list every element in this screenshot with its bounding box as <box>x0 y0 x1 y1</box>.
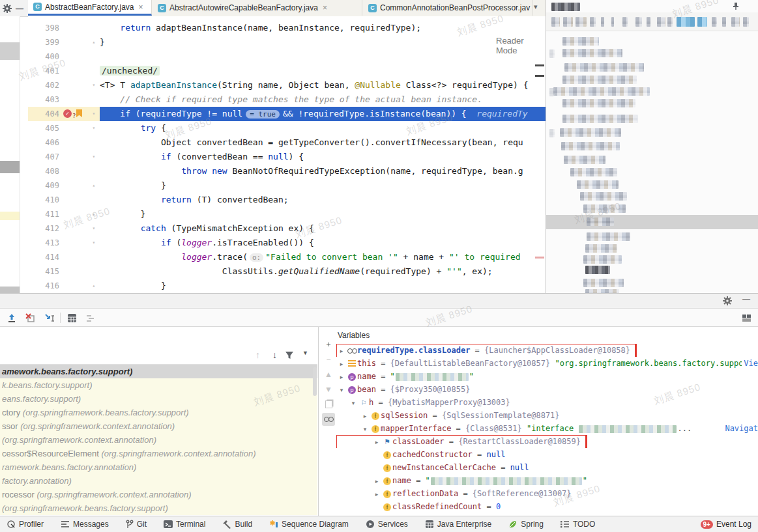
expander-icon[interactable]: ▸ <box>372 488 382 500</box>
pin-icon[interactable] <box>732 2 740 10</box>
close-icon[interactable]: × <box>323 3 327 12</box>
add-watch-icon[interactable]: + <box>322 338 335 351</box>
code-line-399[interactable]: 399▴} <box>28 35 546 49</box>
error-stripe-mark[interactable] <box>535 64 544 66</box>
breakpoint-icon[interactable]: ✓ <box>63 109 72 118</box>
line-number[interactable]: 407 <box>28 150 62 164</box>
grid-table-icon[interactable] <box>65 311 78 324</box>
code-line-405[interactable]: 405▾ try { <box>28 121 546 135</box>
expander-icon[interactable]: ▾ <box>336 384 347 396</box>
stack-frame-row[interactable]: rocessor (org.springframework.context.an… <box>0 488 317 501</box>
code-line-413[interactable]: 413▾ if (logger.isTraceEnabled()) { <box>28 236 546 250</box>
remove-watch-icon[interactable]: − <box>322 353 335 366</box>
expander-icon[interactable]: ▸ <box>336 357 347 370</box>
value-link[interactable]: Navigat <box>723 422 758 435</box>
line-number[interactable]: 402 <box>28 78 62 92</box>
hide-icon[interactable]: — <box>16 4 23 13</box>
variable-row-classLoader[interactable]: ▸⚑classLoader = {RestartClassLoader@1085… <box>336 435 758 448</box>
statusbar-item-services[interactable]: Services <box>366 520 408 529</box>
stack-frame-row[interactable]: cessor$ResourceElement (org.springframew… <box>0 447 317 460</box>
statusbar-item-spring[interactable]: Spring <box>508 520 544 529</box>
fold-marker[interactable]: ▴ <box>88 279 100 293</box>
line-number[interactable]: 409 <box>28 178 62 193</box>
stack-frame-row[interactable]: (org.springframework.context.annotation) <box>0 433 317 447</box>
variable-row-name[interactable]: ▸fname = "" <box>336 474 758 487</box>
move-down-icon[interactable]: ▼ <box>322 383 335 396</box>
down-arrow-icon[interactable]: ↓ <box>272 350 277 360</box>
code-line-402[interactable]: 402▾<T> T adaptBeanInstance(String name,… <box>28 78 546 92</box>
event-log-label[interactable]: Event Log <box>716 520 751 529</box>
line-number[interactable]: 401 <box>28 64 62 78</box>
code-line-406[interactable]: 406 Object convertedBean = getTypeConver… <box>28 135 546 150</box>
variable-row-newInstanceCallerCache[interactable]: fnewInstanceCallerCache = null <box>336 461 758 474</box>
duplicate-icon[interactable] <box>322 398 335 411</box>
expander-icon[interactable]: ▸ <box>372 436 382 448</box>
variable-row-bean[interactable]: ▾pbean = {$Proxy350@10855} <box>336 383 758 396</box>
expander-icon[interactable]: ▸ <box>372 475 382 487</box>
fold-marker[interactable]: ▾ <box>88 150 100 164</box>
expander-icon[interactable]: ▾ <box>360 423 370 435</box>
code-editor[interactable]: 398 return adaptBeanInstance(name, beanI… <box>28 16 546 293</box>
line-number[interactable]: 414 <box>28 250 62 264</box>
statusbar-item-java-enterprise[interactable]: Java Enterprise <box>425 520 491 529</box>
statusbar-item-profiler[interactable]: Profiler <box>7 520 44 529</box>
scrollbar-thumb[interactable] <box>313 367 317 396</box>
code-line-409[interactable]: 409▴ } <box>28 178 546 193</box>
code-line-414[interactable]: 414 logger.trace(o:"Failed to convert be… <box>28 250 546 264</box>
line-number[interactable]: 406 <box>28 135 62 150</box>
statusbar-item-terminal[interactable]: Terminal <box>164 520 205 529</box>
code-line-416[interactable]: 416▴ } <box>28 279 546 293</box>
expander-icon[interactable]: ▸ <box>360 410 370 422</box>
fold-marker[interactable]: ▴ <box>88 35 100 49</box>
show-watches-icon[interactable] <box>322 413 335 426</box>
drop-frame-icon[interactable] <box>23 311 36 324</box>
code-line-400[interactable]: 400 <box>28 49 546 64</box>
stack-frame-row[interactable]: (org.springframework.beans.factory.suppo… <box>0 501 317 515</box>
tab-CommonAnnotationBeanPostProcessor.jav[interactable]: CCommonAnnotationBeanPostProcessor.jav× <box>363 0 533 16</box>
up-arrow-icon[interactable]: ↑ <box>255 350 260 360</box>
bookmark-icon[interactable] <box>76 109 82 117</box>
statusbar-item-git[interactable]: Git <box>126 520 147 529</box>
code-line-398[interactable]: 398 return adaptBeanInstance(name, beanI… <box>28 21 546 35</box>
chevron-down-icon[interactable]: ▾ <box>534 3 538 11</box>
line-number[interactable]: 405 <box>28 121 62 135</box>
filter-icon[interactable] <box>285 351 294 359</box>
error-stripe-mark[interactable] <box>535 75 544 77</box>
line-number[interactable]: 398 <box>28 21 62 35</box>
expander-icon[interactable]: ▸ <box>336 371 347 383</box>
variable-row-reflectionData[interactable]: ▸freflectionData = {SoftReference@13007} <box>336 487 758 500</box>
code-line-404[interactable]: 404✓?▾ if (requiredType != null= true&& … <box>28 107 546 121</box>
stack-frame-row[interactable]: eans.factory.support) <box>0 392 317 406</box>
hide-icon[interactable]: — <box>742 294 750 303</box>
fold-marker[interactable]: ▾ <box>88 221 100 236</box>
code-line-401[interactable]: 401/unchecked/ <box>28 64 546 78</box>
value-link[interactable]: Vie <box>742 357 758 370</box>
statusbar-item-sequence-diagram[interactable]: Sequence Diagram <box>269 520 349 529</box>
variable-row-requiredType.classLoader[interactable]: ▸requiredType.classLoader = {Launcher$Ap… <box>336 344 758 357</box>
variable-row-sqlSession[interactable]: ▸fsqlSession = {SqlSessionTemplate@8871} <box>336 409 758 422</box>
code-line-403[interactable]: 403 // Check if required type matches th… <box>28 92 546 107</box>
fold-marker[interactable]: ▾ <box>88 236 100 250</box>
caret-down-icon[interactable]: ▼ <box>302 350 308 356</box>
run-to-cursor-icon[interactable] <box>43 311 56 324</box>
stack-frame-row[interactable]: ramework.beans.factory.annotation) <box>0 460 317 474</box>
stack-frame-row[interactable]: amework.beans.factory.support) <box>0 365 317 378</box>
stack-frame-row[interactable]: ctory (org.springframework.beans.factory… <box>0 406 317 419</box>
divider[interactable] <box>318 327 319 516</box>
fold-marker[interactable]: ▾ <box>88 78 100 92</box>
line-number[interactable]: 403 <box>28 92 62 107</box>
code-line-408[interactable]: 408 throw new BeanNotOfRequiredTypeExcep… <box>28 164 546 178</box>
statusbar-item-build[interactable]: Build <box>222 520 252 529</box>
line-number[interactable]: 413 <box>28 236 62 250</box>
gear-icon[interactable] <box>723 296 732 305</box>
line-number[interactable]: 412 <box>28 221 62 236</box>
code-line-410[interactable]: 410 return (T) convertedBean; <box>28 193 546 207</box>
line-number[interactable]: 410 <box>28 193 62 207</box>
move-up-icon[interactable]: ▲ <box>322 368 335 381</box>
selected-row[interactable] <box>546 215 758 229</box>
layout-right-icon[interactable] <box>740 311 753 324</box>
error-stripe-mark[interactable] <box>535 257 544 259</box>
variable-row-mapperInterface[interactable]: ▾fmapperInterface = {Class@8531} "interf… <box>336 422 758 435</box>
variable-row-this[interactable]: ▸this = {DefaultListableBeanFactory@1085… <box>336 357 758 370</box>
variable-row-h[interactable]: ▾⚐h = {MybatisMapperProxy@13003} <box>336 396 758 409</box>
